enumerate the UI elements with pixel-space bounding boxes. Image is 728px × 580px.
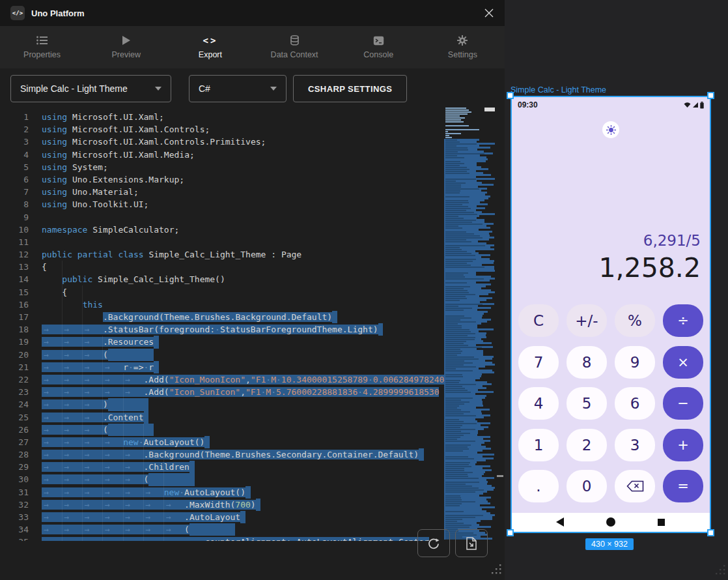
code-line: 21→→→→r·=>·r [0, 361, 444, 373]
code-line: 28→→→→→.Background(Theme.Brushes.Seconda… [0, 448, 444, 461]
backspace-icon [626, 480, 644, 492]
nav-back-icon[interactable] [556, 517, 564, 527]
wifi-icon [684, 102, 691, 108]
calc-key-⌫[interactable] [615, 470, 655, 502]
export-toolbar: Simple Calc - Light Theme C# CSHARP SETT… [0, 68, 505, 108]
language-select[interactable]: C# [189, 75, 287, 102]
battery-icon [700, 102, 704, 109]
calc-key-.[interactable]: . [518, 470, 559, 502]
close-icon[interactable] [483, 7, 496, 20]
device-preview[interactable]: 09:30 6, [511, 96, 711, 533]
resize-grip-icon[interactable] [492, 564, 502, 577]
calc-key-2[interactable]: 2 [567, 429, 607, 461]
tab-label: Preview [112, 50, 141, 59]
theme-select[interactable]: Simple Calc - Light Theme [10, 75, 171, 102]
code-line: 12public partial class Simple_Calc_Light… [0, 248, 444, 261]
code-line: 11 [0, 236, 444, 248]
code-line: 22→→→→→.Add("Icon_MoonIcon","F1·M·10.340… [0, 373, 444, 386]
tab-console[interactable]: Console [337, 26, 421, 68]
csharp-settings-button[interactable]: CSHARP SETTINGS [293, 75, 407, 102]
calc-key-7[interactable]: 7 [518, 346, 559, 379]
design-canvas[interactable]: Simple Calc - Light Theme 09:30 [505, 0, 728, 580]
code-line: 18→→→.StatusBar(foreground:·StatusBarFor… [0, 323, 444, 336]
selection-handle-bottom-right[interactable] [707, 529, 714, 536]
code-line: 7using Uno.Material; [0, 186, 444, 198]
calc-key-%[interactable]: % [615, 304, 655, 337]
tab-label: Console [363, 50, 393, 59]
minimap-line [445, 125, 469, 126]
code-line: 24→→→) [0, 398, 444, 411]
calc-key-+/-[interactable]: +/- [567, 304, 607, 337]
minimap-line [445, 108, 466, 109]
calc-key-3[interactable]: 3 [615, 429, 655, 461]
calc-key-8[interactable]: 8 [567, 346, 607, 379]
calc-key-C[interactable]: C [518, 304, 559, 337]
tab-settings[interactable]: Settings [421, 26, 505, 68]
code-line: 32→→→→→→→.MaxWidth(700) [0, 499, 444, 511]
minimap-line [445, 113, 468, 115]
code-line: 6using Uno.Extensions.Markup; [0, 173, 444, 186]
code-line: 13{ [0, 261, 444, 273]
uno-platform-window: </> Uno Platform Properties Preview <> [0, 0, 728, 580]
language-select-value: C# [199, 83, 210, 94]
calc-key-1[interactable]: 1 [518, 429, 559, 461]
tab-preview[interactable]: Preview [84, 26, 168, 68]
selection-handle-bottom-left[interactable] [507, 529, 514, 536]
minimap-slider[interactable] [484, 108, 495, 111]
code-brackets-icon: <> [203, 35, 218, 46]
code-line: 17 .Background(Theme.Brushes.Background.… [0, 311, 444, 323]
nav-recents-icon[interactable] [658, 519, 665, 526]
tab-properties[interactable]: Properties [0, 26, 84, 68]
calc-result: 1,258.2 [599, 252, 701, 283]
calc-key-9[interactable]: 9 [615, 346, 655, 379]
calc-key-÷[interactable]: ÷ [663, 304, 703, 337]
minimap[interactable] [444, 108, 495, 541]
code-line: 16 this [0, 298, 444, 311]
calc-key-0[interactable]: 0 [567, 470, 607, 502]
code-editor[interactable]: 1using Microsoft.UI.Xaml;2using Microsof… [0, 108, 505, 541]
nav-home-icon[interactable] [606, 517, 615, 527]
refresh-button[interactable] [417, 529, 450, 557]
uno-platform-logo-icon: </> [10, 6, 25, 20]
tab-export[interactable]: <> Export [168, 26, 252, 68]
resize-grip-icon[interactable] [716, 565, 726, 578]
calc-key-=[interactable]: = [663, 470, 703, 502]
code-line: 15 { [0, 286, 444, 298]
minimap-line [445, 137, 452, 138]
titlebar: </> Uno Platform [0, 0, 505, 26]
status-icons [684, 102, 704, 109]
list-icon [36, 35, 48, 46]
code-line: 19→→→.Resources [0, 336, 444, 348]
calc-key-−[interactable]: − [663, 387, 703, 420]
code-line: 34→→→→→→→( [0, 523, 444, 536]
tab-data-context[interactable]: Data Context [253, 26, 337, 68]
code-line: 2using Microsoft.UI.Xaml.Controls; [0, 123, 444, 136]
selection-handle-top-right[interactable] [707, 92, 714, 99]
calc-key-×[interactable]: × [663, 346, 703, 379]
calc-key-6[interactable]: 6 [615, 387, 655, 420]
calc-expression: 6,291/5 [599, 232, 701, 249]
terminal-icon [373, 35, 384, 46]
code-line: 1using Microsoft.UI.Xaml; [0, 111, 444, 123]
status-time: 09:30 [518, 100, 538, 109]
tab-bar: Properties Preview <> Export Data Contex… [0, 26, 505, 68]
tab-label: Data Context [271, 50, 318, 59]
minimap-line [445, 117, 465, 119]
theme-toggle-button[interactable] [602, 121, 619, 138]
selection-handle-top-left[interactable] [507, 92, 514, 99]
code-line: 5using System; [0, 161, 444, 173]
minimap-line [445, 119, 461, 121]
code-line: 3using Microsoft.UI.Xaml.Controls.Primit… [0, 136, 444, 148]
overview-ruler-marker [497, 475, 503, 477]
minimap-line [445, 133, 461, 134]
code-line: 25→→→.Content [0, 411, 444, 424]
code-line: 20→→→( [0, 349, 444, 361]
code-content: 1using Microsoft.UI.Xaml;2using Microsof… [0, 111, 444, 541]
export-file-button[interactable] [455, 529, 488, 557]
calc-key-+[interactable]: + [663, 429, 703, 461]
minimap-line [445, 115, 460, 117]
calc-key-5[interactable]: 5 [567, 387, 607, 420]
artboard-label[interactable]: Simple Calc - Light Theme [511, 85, 606, 94]
calc-key-4[interactable]: 4 [518, 387, 559, 420]
code-line: 29→→→→→.Children [0, 461, 444, 473]
